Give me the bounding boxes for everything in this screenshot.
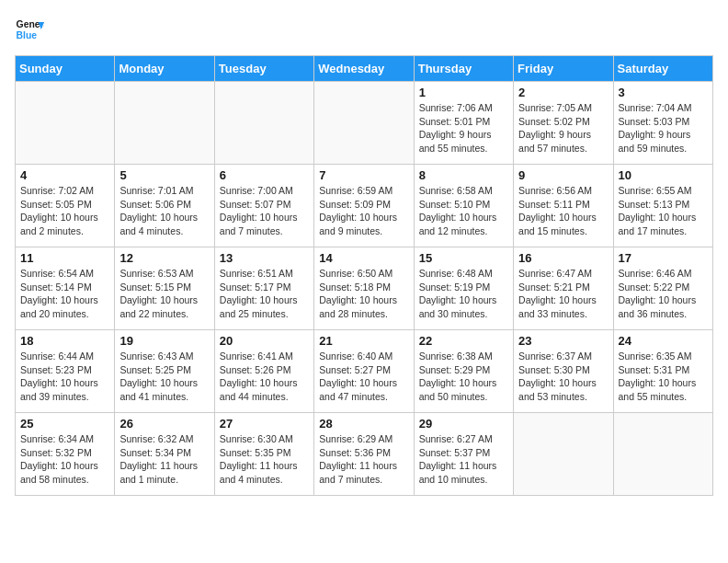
day-number: 20 xyxy=(220,334,309,348)
calendar-cell xyxy=(613,413,712,496)
header-cell-saturday: Saturday xyxy=(613,56,712,82)
calendar-cell: 9Sunrise: 6:56 AM Sunset: 5:11 PM Daylig… xyxy=(514,165,613,247)
day-number: 11 xyxy=(20,251,109,265)
header-row: SundayMondayTuesdayWednesdayThursdayFrid… xyxy=(16,56,713,82)
day-info: Sunrise: 6:46 AM Sunset: 5:22 PM Dayligh… xyxy=(619,267,708,321)
calendar-cell: 20Sunrise: 6:41 AM Sunset: 5:26 PM Dayli… xyxy=(214,330,313,413)
calendar-header: SundayMondayTuesdayWednesdayThursdayFrid… xyxy=(16,56,713,82)
day-number: 5 xyxy=(119,168,209,182)
page-header: General Blue xyxy=(15,15,713,44)
header-cell-friday: Friday xyxy=(514,56,613,82)
day-number: 21 xyxy=(319,334,408,348)
day-info: Sunrise: 6:35 AM Sunset: 5:31 PM Dayligh… xyxy=(619,350,708,404)
header-cell-wednesday: Wednesday xyxy=(314,56,414,82)
day-number: 17 xyxy=(619,251,708,265)
day-number: 28 xyxy=(319,417,408,431)
day-number: 18 xyxy=(20,334,109,348)
week-row-4: 25Sunrise: 6:34 AM Sunset: 5:32 PM Dayli… xyxy=(16,413,713,496)
day-info: Sunrise: 7:05 AM Sunset: 5:02 PM Dayligh… xyxy=(518,101,608,155)
day-info: Sunrise: 6:27 AM Sunset: 5:37 PM Dayligh… xyxy=(419,432,508,487)
day-info: Sunrise: 6:30 AM Sunset: 5:35 PM Dayligh… xyxy=(220,432,309,487)
calendar-cell: 5Sunrise: 7:01 AM Sunset: 5:06 PM Daylig… xyxy=(115,165,214,247)
day-number: 14 xyxy=(319,251,408,265)
calendar-cell: 18Sunrise: 6:44 AM Sunset: 5:23 PM Dayli… xyxy=(16,330,115,413)
day-info: Sunrise: 6:32 AM Sunset: 5:34 PM Dayligh… xyxy=(119,432,209,487)
calendar-cell: 8Sunrise: 6:58 AM Sunset: 5:10 PM Daylig… xyxy=(414,165,513,247)
calendar-cell: 25Sunrise: 6:34 AM Sunset: 5:32 PM Dayli… xyxy=(16,413,115,496)
calendar-cell: 12Sunrise: 6:53 AM Sunset: 5:15 PM Dayli… xyxy=(115,247,214,330)
day-number: 19 xyxy=(119,334,209,348)
calendar-cell: 23Sunrise: 6:37 AM Sunset: 5:30 PM Dayli… xyxy=(514,330,613,413)
calendar-cell: 2Sunrise: 7:05 AM Sunset: 5:02 PM Daylig… xyxy=(514,82,613,165)
calendar-cell xyxy=(314,82,414,165)
logo: General Blue xyxy=(15,15,44,44)
day-number: 6 xyxy=(220,168,309,182)
calendar-cell: 24Sunrise: 6:35 AM Sunset: 5:31 PM Dayli… xyxy=(613,330,712,413)
calendar-cell: 14Sunrise: 6:50 AM Sunset: 5:18 PM Dayli… xyxy=(314,247,414,330)
calendar-cell xyxy=(16,82,115,165)
calendar-cell: 21Sunrise: 6:40 AM Sunset: 5:27 PM Dayli… xyxy=(314,330,414,413)
day-info: Sunrise: 6:53 AM Sunset: 5:15 PM Dayligh… xyxy=(119,267,209,321)
day-number: 3 xyxy=(619,86,708,99)
day-info: Sunrise: 7:02 AM Sunset: 5:05 PM Dayligh… xyxy=(20,184,109,238)
calendar-cell: 13Sunrise: 6:51 AM Sunset: 5:17 PM Dayli… xyxy=(214,247,313,330)
week-row-1: 4Sunrise: 7:02 AM Sunset: 5:05 PM Daylig… xyxy=(16,165,713,247)
day-info: Sunrise: 6:47 AM Sunset: 5:21 PM Dayligh… xyxy=(518,267,608,321)
calendar-table: SundayMondayTuesdayWednesdayThursdayFrid… xyxy=(15,55,713,496)
calendar-cell xyxy=(214,82,313,165)
day-number: 15 xyxy=(419,251,508,265)
day-info: Sunrise: 7:06 AM Sunset: 5:01 PM Dayligh… xyxy=(419,101,508,155)
week-row-2: 11Sunrise: 6:54 AM Sunset: 5:14 PM Dayli… xyxy=(16,247,713,330)
header-cell-monday: Monday xyxy=(115,56,214,82)
day-info: Sunrise: 7:00 AM Sunset: 5:07 PM Dayligh… xyxy=(220,184,309,238)
day-number: 23 xyxy=(518,334,608,348)
calendar-cell: 15Sunrise: 6:48 AM Sunset: 5:19 PM Dayli… xyxy=(414,247,513,330)
day-number: 22 xyxy=(419,334,508,348)
calendar-cell: 6Sunrise: 7:00 AM Sunset: 5:07 PM Daylig… xyxy=(214,165,313,247)
day-number: 10 xyxy=(619,168,708,182)
day-info: Sunrise: 6:29 AM Sunset: 5:36 PM Dayligh… xyxy=(319,432,408,487)
calendar-cell: 28Sunrise: 6:29 AM Sunset: 5:36 PM Dayli… xyxy=(314,413,414,496)
calendar-cell xyxy=(514,413,613,496)
calendar-cell: 17Sunrise: 6:46 AM Sunset: 5:22 PM Dayli… xyxy=(613,247,712,330)
header-cell-sunday: Sunday xyxy=(16,56,115,82)
calendar-cell: 10Sunrise: 6:55 AM Sunset: 5:13 PM Dayli… xyxy=(613,165,712,247)
calendar-cell: 19Sunrise: 6:43 AM Sunset: 5:25 PM Dayli… xyxy=(115,330,214,413)
day-info: Sunrise: 7:04 AM Sunset: 5:03 PM Dayligh… xyxy=(619,101,708,155)
logo-icon: General Blue xyxy=(15,15,44,44)
calendar-cell: 29Sunrise: 6:27 AM Sunset: 5:37 PM Dayli… xyxy=(414,413,513,496)
day-info: Sunrise: 6:43 AM Sunset: 5:25 PM Dayligh… xyxy=(119,350,209,404)
day-number: 16 xyxy=(518,251,608,265)
day-info: Sunrise: 6:59 AM Sunset: 5:09 PM Dayligh… xyxy=(319,184,408,238)
day-number: 7 xyxy=(319,168,408,182)
calendar-cell: 4Sunrise: 7:02 AM Sunset: 5:05 PM Daylig… xyxy=(16,165,115,247)
day-info: Sunrise: 6:54 AM Sunset: 5:14 PM Dayligh… xyxy=(20,267,109,321)
day-number: 4 xyxy=(20,168,109,182)
day-info: Sunrise: 6:34 AM Sunset: 5:32 PM Dayligh… xyxy=(20,432,109,487)
calendar-cell: 27Sunrise: 6:30 AM Sunset: 5:35 PM Dayli… xyxy=(214,413,313,496)
calendar-cell: 22Sunrise: 6:38 AM Sunset: 5:29 PM Dayli… xyxy=(414,330,513,413)
day-number: 13 xyxy=(220,251,309,265)
calendar-cell: 3Sunrise: 7:04 AM Sunset: 5:03 PM Daylig… xyxy=(613,82,712,165)
day-number: 25 xyxy=(20,417,109,431)
day-info: Sunrise: 6:51 AM Sunset: 5:17 PM Dayligh… xyxy=(220,267,309,321)
week-row-3: 18Sunrise: 6:44 AM Sunset: 5:23 PM Dayli… xyxy=(16,330,713,413)
day-number: 9 xyxy=(518,168,608,182)
day-info: Sunrise: 6:44 AM Sunset: 5:23 PM Dayligh… xyxy=(20,350,109,404)
calendar-cell: 1Sunrise: 7:06 AM Sunset: 5:01 PM Daylig… xyxy=(414,82,513,165)
day-number: 27 xyxy=(220,417,309,431)
day-info: Sunrise: 6:58 AM Sunset: 5:10 PM Dayligh… xyxy=(419,184,508,238)
calendar-cell: 16Sunrise: 6:47 AM Sunset: 5:21 PM Dayli… xyxy=(514,247,613,330)
day-number: 8 xyxy=(419,168,508,182)
day-number: 29 xyxy=(419,417,508,431)
header-cell-tuesday: Tuesday xyxy=(214,56,313,82)
calendar-cell: 26Sunrise: 6:32 AM Sunset: 5:34 PM Dayli… xyxy=(115,413,214,496)
calendar-cell: 11Sunrise: 6:54 AM Sunset: 5:14 PM Dayli… xyxy=(16,247,115,330)
day-info: Sunrise: 6:38 AM Sunset: 5:29 PM Dayligh… xyxy=(419,350,508,404)
week-row-0: 1Sunrise: 7:06 AM Sunset: 5:01 PM Daylig… xyxy=(16,82,713,165)
calendar-cell xyxy=(115,82,214,165)
calendar-body: 1Sunrise: 7:06 AM Sunset: 5:01 PM Daylig… xyxy=(16,82,713,496)
day-number: 24 xyxy=(619,334,708,348)
day-info: Sunrise: 6:56 AM Sunset: 5:11 PM Dayligh… xyxy=(518,184,608,238)
day-number: 1 xyxy=(419,86,508,99)
